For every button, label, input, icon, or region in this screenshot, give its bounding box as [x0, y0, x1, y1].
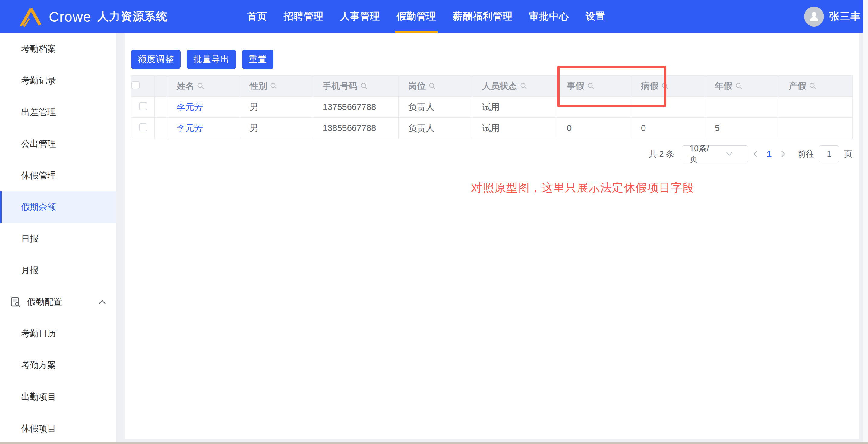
search-icon[interactable] [270, 82, 277, 90]
nav-item-salary[interactable]: 薪酬福利管理 [453, 0, 513, 33]
annotation-text: 对照原型图，这里只展示法定休假项目字段 [471, 180, 694, 196]
sidebar-item-attendance-archive[interactable]: 考勤档案 [0, 33, 116, 65]
batch-export-button[interactable]: 批量导出 [187, 50, 236, 69]
nav-item-approval[interactable]: 审批中心 [529, 0, 569, 33]
column-header-position: 岗位 [408, 80, 426, 92]
nav-item-home[interactable]: 首页 [247, 0, 267, 33]
sidebar-item-business-trip[interactable]: 出差管理 [0, 96, 116, 128]
bottom-edge-line [0, 443, 868, 444]
row-checkbox[interactable] [139, 102, 147, 110]
sidebar-group-attendance-config[interactable]: 假勤配置 [0, 286, 116, 318]
user-menu[interactable]: 张三丰 [804, 0, 861, 33]
next-page-button[interactable] [776, 145, 790, 162]
total-count-label: 共 2 条 [649, 148, 674, 159]
main-nav: 首页 招聘管理 人事管理 假勤管理 薪酬福利管理 审批中心 设置 [247, 0, 606, 33]
sidebar-nav: 考勤档案 考勤记录 出差管理 公出管理 休假管理 假期余额 日报 月报 假勤配置 [0, 33, 116, 443]
gender-cell: 男 [240, 101, 313, 113]
page-size-select[interactable]: 10条/页 [682, 145, 748, 162]
sidebar-item-public-outing[interactable]: 公出管理 [0, 128, 116, 160]
brand-name: Crowe [49, 8, 91, 25]
table-row: 李元芳 男 13755667788 负责人 试用 [131, 97, 852, 118]
brand-logo-link[interactable]: Crowe 人力资源系统 [18, 0, 168, 33]
position-cell: 负责人 [399, 122, 472, 134]
position-cell: 负责人 [399, 101, 472, 113]
nav-item-attendance[interactable]: 假勤管理 [397, 0, 436, 33]
sidebar-item-daily-report[interactable]: 日报 [0, 223, 116, 254]
gender-cell: 男 [240, 122, 313, 134]
nav-item-settings[interactable]: 设置 [586, 0, 606, 33]
column-header-maternity-leave: 产假 [789, 80, 806, 92]
sidebar-item-leave-management[interactable]: 休假管理 [0, 160, 116, 191]
column-header-annual-leave: 年假 [715, 80, 732, 92]
select-all-checkbox[interactable] [131, 81, 140, 89]
user-name: 张三丰 [829, 10, 861, 24]
reset-button[interactable]: 重置 [242, 50, 274, 69]
sidebar-item-attendance-plan[interactable]: 考勤方案 [0, 349, 116, 381]
search-icon[interactable] [197, 82, 204, 90]
search-icon[interactable] [520, 82, 527, 90]
column-header-gender: 性别 [250, 80, 267, 92]
person-icon [808, 10, 820, 23]
table-header-row: 姓名 性别 手机号码 岗位 人员状态 事假 病假 年假 产假 [131, 76, 852, 97]
hr-system-page: Crowe 人力资源系统 首页 招聘管理 人事管理 假勤管理 薪酬福利管理 审批… [0, 0, 868, 444]
chevron-down-icon [716, 152, 743, 156]
status-cell: 试用 [472, 122, 557, 134]
main-content: 额度调整 批量导出 重置 姓名 性别 手机号码 岗位 人员状态 事假 [125, 33, 859, 439]
phone-cell: 13855667788 [313, 123, 398, 133]
current-page-button[interactable]: 1 [762, 149, 776, 159]
user-avatar [804, 7, 824, 27]
crowe-mountain-logo-icon [18, 7, 43, 27]
prev-page-button[interactable] [748, 145, 762, 162]
search-icon[interactable] [429, 82, 436, 90]
employee-name-link[interactable]: 李元芳 [167, 122, 240, 134]
goto-page-input[interactable] [819, 145, 839, 162]
search-icon[interactable] [361, 82, 368, 90]
sick-leave-cell: 0 [631, 123, 705, 133]
pagination-bar: 共 2 条 10条/页 1 前往 [125, 145, 852, 162]
fixed-column-shadow [155, 118, 167, 139]
sidebar-item-attendance-items[interactable]: 出勤项目 [0, 381, 116, 413]
toolbar: 额度调整 批量导出 重置 [131, 50, 859, 69]
sidebar-item-monthly-report[interactable]: 月报 [0, 254, 116, 286]
page-size-value: 10条/页 [689, 143, 716, 165]
column-header-status: 人员状态 [482, 80, 517, 92]
search-icon[interactable] [661, 82, 669, 90]
sidebar-item-leave-items[interactable]: 休假项目 [0, 413, 116, 444]
document-search-icon [11, 297, 21, 307]
fixed-column-shadow [155, 97, 167, 118]
nav-item-recruit[interactable]: 招聘管理 [284, 0, 323, 33]
search-icon[interactable] [809, 82, 816, 90]
fixed-column-shadow [155, 76, 167, 97]
search-icon[interactable] [735, 82, 742, 90]
phone-cell: 13755667788 [313, 102, 398, 112]
top-navbar: Crowe 人力资源系统 首页 招聘管理 人事管理 假勤管理 薪酬福利管理 审批… [0, 0, 868, 33]
chevron-up-icon [99, 300, 106, 304]
status-cell: 试用 [472, 101, 557, 113]
sidebar-item-attendance-record[interactable]: 考勤记录 [0, 65, 116, 96]
leave-balance-table: 姓名 性别 手机号码 岗位 人员状态 事假 病假 年假 产假 李元芳 男 [131, 75, 852, 139]
layout-divider [116, 33, 125, 444]
row-checkbox[interactable] [139, 123, 147, 131]
goto-label: 前往 [798, 148, 814, 159]
employee-name-link[interactable]: 李元芳 [167, 101, 240, 113]
sidebar-item-attendance-calendar[interactable]: 考勤日历 [0, 318, 116, 349]
sidebar-item-leave-balance[interactable]: 假期余额 [0, 191, 116, 223]
column-header-casual-leave: 事假 [567, 80, 584, 92]
quota-adjust-button[interactable]: 额度调整 [131, 50, 181, 69]
column-header-name: 姓名 [177, 80, 194, 92]
search-icon[interactable] [587, 82, 594, 90]
app-title: 人力资源系统 [97, 9, 168, 24]
page-unit-label: 页 [844, 148, 852, 159]
nav-item-personnel[interactable]: 人事管理 [340, 0, 380, 33]
table-row: 李元芳 男 13855667788 负责人 试用 0 0 5 [131, 118, 852, 139]
vertical-scrollbar[interactable] [863, 0, 868, 444]
column-header-sick-leave: 病假 [641, 80, 658, 92]
annual-leave-cell: 5 [705, 123, 779, 133]
sidebar-group-label: 假勤配置 [27, 296, 99, 308]
column-header-phone: 手机号码 [322, 80, 358, 92]
casual-leave-cell: 0 [557, 123, 631, 133]
